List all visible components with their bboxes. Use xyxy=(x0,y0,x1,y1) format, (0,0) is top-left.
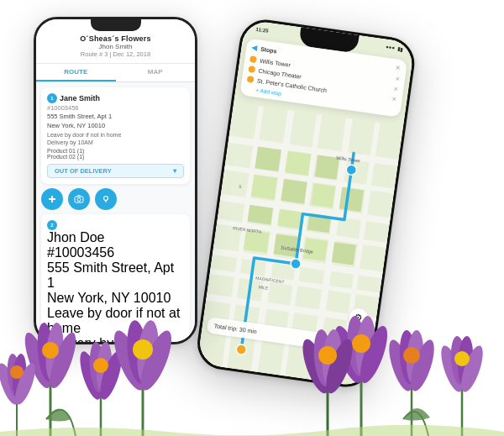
address-2: 555 Smith Street, Apt 1 New York, NY 100… xyxy=(47,260,184,306)
stop-remove-2[interactable]: ✕ xyxy=(393,86,399,93)
phone-tabs: ROUTE MAP xyxy=(36,64,195,82)
svg-point-80 xyxy=(449,335,468,385)
svg-point-3 xyxy=(77,198,81,202)
svg-point-53 xyxy=(93,358,108,373)
note-3: Leave by door if not at home xyxy=(47,306,184,336)
stop-dot-2 xyxy=(248,66,255,73)
signal-icon: ●●● xyxy=(386,44,396,50)
driver-name: Jhon Smith xyxy=(43,43,188,50)
svg-rect-25 xyxy=(248,205,274,225)
phone-left: O´Sheas´s Flowers Jhon Smith Route # 3 |… xyxy=(34,17,197,344)
add-button[interactable] xyxy=(41,188,63,210)
route-info: Route # 3 | Dec 12, 2018 xyxy=(43,50,188,58)
svg-point-49 xyxy=(76,349,106,402)
battery-icon: ▮▮ xyxy=(396,45,402,52)
note-4: Delivery by... xyxy=(47,336,184,342)
total-trip: Total trip: 30 min xyxy=(213,323,257,334)
stop-number-1: 1 xyxy=(47,93,57,103)
svg-point-34 xyxy=(346,164,358,176)
close-panel-icon[interactable]: ✕ xyxy=(395,64,402,72)
status-btn-1[interactable]: OUT OF DELIVERY ▾ xyxy=(47,164,184,178)
stop-remove-1[interactable]: ✕ xyxy=(394,76,400,83)
svg-point-74 xyxy=(398,329,418,384)
notch-left xyxy=(91,19,141,31)
screen-left: O´Sheas´s Flowers Jhon Smith Route # 3 |… xyxy=(36,19,195,342)
svg-point-50 xyxy=(88,341,107,392)
customer-name-2: 2 Jhon Doe xyxy=(47,220,184,245)
location-button[interactable] xyxy=(95,188,117,210)
svg-point-58 xyxy=(12,361,39,407)
svg-point-77 xyxy=(403,347,420,364)
tab-map[interactable]: MAP xyxy=(116,64,196,81)
screen-right: Chicago DuSable Bridge Willis Tower MAGN… xyxy=(197,19,415,387)
back-icon[interactable]: ◀ xyxy=(251,43,258,52)
svg-rect-24 xyxy=(339,187,364,212)
svg-rect-19 xyxy=(285,150,311,176)
svg-point-47 xyxy=(42,342,59,359)
svg-point-56 xyxy=(6,353,23,397)
svg-point-73 xyxy=(385,337,417,393)
order-id-2: #10003456 xyxy=(47,245,184,260)
phone-right: Chicago DuSable Bridge Willis Tower MAGN… xyxy=(194,16,417,390)
svg-point-32 xyxy=(235,344,247,355)
done-button[interactable]: DONE xyxy=(330,338,361,351)
svg-rect-21 xyxy=(251,175,277,200)
order-id-1: #10003456 xyxy=(47,104,184,112)
stop-dot-3 xyxy=(247,76,255,83)
products-1: Product 01 (1) Product 02 (1) xyxy=(47,148,184,160)
stop-remove-3[interactable]: ✕ xyxy=(391,96,397,103)
tab-route[interactable]: ROUTE xyxy=(36,64,116,81)
svg-rect-31 xyxy=(332,242,356,265)
address-1: 555 Smith Street, Apt 1 New York, NY 100… xyxy=(47,113,184,130)
svg-point-59 xyxy=(10,365,24,379)
svg-point-79 xyxy=(437,344,467,395)
svg-point-33 xyxy=(290,258,302,270)
svg-point-82 xyxy=(457,344,487,395)
svg-point-51 xyxy=(95,341,113,392)
time: 11:25 xyxy=(255,26,269,33)
stop-number-2: 2 xyxy=(47,220,57,230)
svg-rect-23 xyxy=(311,183,335,207)
customer-name-1: 1 Jane Smith xyxy=(47,93,184,103)
svg-point-57 xyxy=(11,353,28,397)
chevron-down-icon: ▾ xyxy=(173,167,176,175)
svg-rect-22 xyxy=(281,179,307,204)
svg-point-83 xyxy=(454,351,470,366)
action-buttons xyxy=(41,188,190,210)
svg-point-81 xyxy=(456,335,475,385)
delivery-card-2: 2 Jhon Doe #10003456 555 Smith Street, A… xyxy=(41,214,190,342)
svg-point-52 xyxy=(96,349,126,402)
svg-point-55 xyxy=(0,361,22,407)
note-2: Delivery by 10AM xyxy=(47,139,184,145)
stop-dot-1 xyxy=(249,55,257,63)
svg-point-75 xyxy=(405,329,425,384)
scene: O´Sheas´s Flowers Jhon Smith Route # 3 |… xyxy=(0,0,504,436)
svg-rect-26 xyxy=(277,209,303,229)
svg-rect-18 xyxy=(255,146,281,171)
note-1: Leave by door if not in home xyxy=(47,132,184,138)
delivery-card-1: 1 Jane Smith #10003456 555 Smith Street,… xyxy=(41,87,190,184)
svg-point-76 xyxy=(407,337,439,393)
store-name: O´Sheas´s Flowers xyxy=(43,34,188,43)
camera-button[interactable] xyxy=(68,188,90,210)
svg-point-4 xyxy=(104,197,108,201)
